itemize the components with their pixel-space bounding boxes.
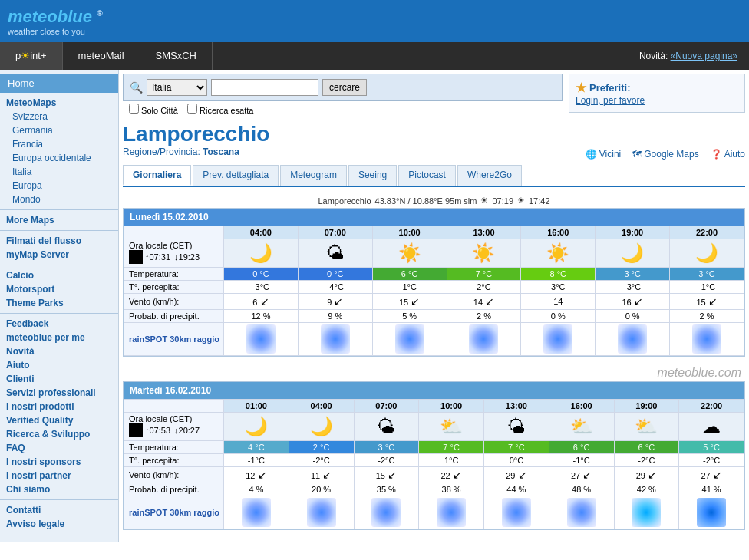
table-row: Ora locale (CET) ↑07:53 ↓20:27 🌙 🌙 🌤 ⛅ 🌤…: [124, 413, 744, 441]
tab-prev-dettagliata[interactable]: Prev. dettagliata: [193, 165, 279, 186]
aiuto-button[interactable]: ❓ Aiuto: [711, 149, 745, 160]
sidebar-servizi[interactable]: Servizi professionali: [0, 386, 118, 400]
table-row: 04:00 07:00 10:00 13:00 16:00 19:00 22:0…: [124, 226, 744, 239]
sidebar-sponsors[interactable]: I nostri sponsors: [0, 455, 118, 469]
perceived-label: T°. percepita:: [124, 281, 224, 294]
table-row: Vento (km/h): 12 ↙ 11 ↙ 15 ↙ 22 ↙ 29 ↙ 2…: [124, 467, 744, 483]
sidebar-item-europa-occ[interactable]: Europa occidentale: [0, 151, 118, 165]
table-row: Temperatura: 4 °C 2 °C 3 °C 7 °C 7 °C 6 …: [124, 441, 744, 454]
sidebar-item-europa[interactable]: Europa: [0, 179, 118, 193]
search-icon: 🔍: [130, 81, 143, 94]
sidebar-item-mondo[interactable]: Mondo: [0, 193, 118, 206]
sidebar-clienti[interactable]: Clienti: [0, 372, 118, 386]
search-input[interactable]: [211, 79, 318, 96]
sidebar-faq[interactable]: FAQ: [0, 441, 118, 455]
country-select[interactable]: Italia Svizzera Germania Francia: [147, 79, 207, 96]
sidebar-aiuto[interactable]: Aiuto: [0, 358, 118, 372]
sidebar-item-svizzera[interactable]: Svizzera: [0, 110, 118, 124]
precip-cell: 2 %: [670, 310, 744, 323]
sidebar-filmati[interactable]: Filmati del flusso: [0, 234, 118, 248]
sidebar-novita[interactable]: Novità: [0, 344, 118, 358]
sidebar-meteoblue-per-me[interactable]: meteoblue per me: [0, 331, 118, 344]
icon-cell: ☀️: [447, 239, 521, 268]
sidebar-calcio[interactable]: Calcio: [0, 268, 118, 282]
sidebar-item-germania[interactable]: Germania: [0, 124, 118, 137]
temp-cell: 8 °C: [521, 268, 596, 281]
icon-cell: ⛅: [614, 413, 679, 441]
table-row: Probab. di precipit. 4 % 20 % 35 % 38 % …: [124, 483, 744, 496]
table-row: rainSPOT 30km raggio: [124, 323, 744, 356]
day1-block: Lunedì 15.02.2010 04:00 07:00 10:00 13:0…: [123, 208, 745, 357]
rainspot-label: rainSPOT 30km raggio: [124, 496, 224, 529]
novita-link[interactable]: «Nuova pagina»: [671, 51, 737, 61]
city-region-value: Toscana: [203, 147, 239, 157]
sidebar-mymap[interactable]: myMap Server: [0, 248, 118, 262]
tab-seeing[interactable]: Seeing: [348, 165, 397, 186]
ricerca-esatta-checkbox[interactable]: [187, 104, 197, 114]
nav-tab-meteomail[interactable]: meteoMail: [63, 42, 140, 70]
sidebar-partner[interactable]: I nostri partner: [0, 469, 118, 483]
time-cell: 16:00: [521, 226, 596, 239]
wind-cell: 14: [521, 294, 596, 310]
novita-label: Novità:: [639, 51, 668, 61]
tabs: Giornaliera Prev. dettagliata Meteogram …: [123, 165, 745, 187]
black-square-icon: [129, 423, 143, 437]
precip-cell: 5 %: [372, 310, 447, 323]
tab-pictocast[interactable]: Pictocast: [398, 165, 456, 186]
icon-cell: ☀️: [521, 239, 596, 268]
rainspot-img: [543, 324, 572, 354]
sidebar-theme-parks[interactable]: Theme Parks: [0, 296, 118, 310]
perceived-cell: 1°C: [372, 281, 447, 294]
sidebar-item-italia[interactable]: Italia: [0, 165, 118, 179]
nav-tab-point[interactable]: p☀int+: [0, 42, 63, 70]
sidebar-verified-quality[interactable]: Verified Quality: [0, 413, 118, 427]
rainspot-cell: [484, 496, 549, 529]
perceived-cell: -1°C: [670, 281, 744, 294]
rainspot-label: rainSPOT 30km raggio: [124, 323, 224, 356]
sidebar-item-francia[interactable]: Francia: [0, 137, 118, 151]
tagline: weather close to you: [8, 27, 741, 36]
sidebar-motorsport[interactable]: Motorsport: [0, 282, 118, 296]
city-name: Lamporecchio: [123, 122, 745, 147]
sidebar-feedback[interactable]: Feedback: [0, 317, 118, 331]
tab-giornaliera[interactable]: Giornaliera: [123, 165, 191, 186]
vicini-button[interactable]: 🌐 Vicini: [586, 149, 621, 160]
sidebar-metamaps-title: MeteoMaps: [0, 93, 118, 110]
sidebar-avviso[interactable]: Avviso legale: [0, 517, 118, 531]
rainspot-img: [307, 498, 336, 527]
sidebar-contatti[interactable]: Contatti: [0, 503, 118, 517]
nav-tab-smsxch[interactable]: SMSxCH: [140, 42, 213, 70]
rainspot-img: [502, 498, 531, 527]
tab-where2go[interactable]: Where2Go: [457, 165, 522, 186]
sidebar-more-maps[interactable]: More Maps: [0, 213, 118, 227]
preferiti-login-link[interactable]: Login, per favore: [576, 95, 645, 106]
wind-cell: 11 ↙: [289, 467, 354, 483]
sidebar-chi-siamo[interactable]: Chi siamo: [0, 483, 118, 496]
solo-citta-checkbox[interactable]: [129, 104, 139, 114]
rainspot-cell: [372, 323, 447, 356]
temp-cell: 2 °C: [289, 441, 354, 454]
search-button[interactable]: cercare: [322, 79, 367, 96]
tab-meteogram[interactable]: Meteogram: [280, 165, 347, 186]
temp-cell: 7 °C: [484, 441, 549, 454]
wind-cell: 12 ↙: [224, 467, 289, 483]
sidebar-prodotti[interactable]: I nostri prodotti: [0, 400, 118, 413]
wind-cell: 15 ↙: [372, 294, 447, 310]
ricerca-esatta-label[interactable]: Ricerca esatta: [187, 106, 253, 115]
sidebar-ricerca[interactable]: Ricerca & Sviluppo: [0, 427, 118, 441]
precip-cell: 41 %: [679, 483, 744, 496]
temp-label: Temperatura:: [124, 441, 224, 454]
google-maps-button[interactable]: 🗺 Google Maps: [632, 149, 698, 160]
sidebar-home[interactable]: Home: [0, 74, 118, 93]
rainspot-cell: [670, 323, 744, 356]
time-cell: 04:00: [224, 226, 299, 239]
day1-table: 04:00 07:00 10:00 13:00 16:00 19:00 22:0…: [124, 226, 744, 356]
time-cell: 01:00: [224, 400, 289, 413]
wind-cell: 15 ↙: [354, 467, 419, 483]
icon-cell: ☁: [679, 413, 744, 441]
solo-citta-label[interactable]: Solo Città: [129, 106, 178, 115]
precip-cell: 42 %: [614, 483, 679, 496]
wind-label: Vento (km/h):: [124, 467, 224, 483]
rainspot-cell: [614, 496, 679, 529]
rainspot-cell: [549, 496, 614, 529]
